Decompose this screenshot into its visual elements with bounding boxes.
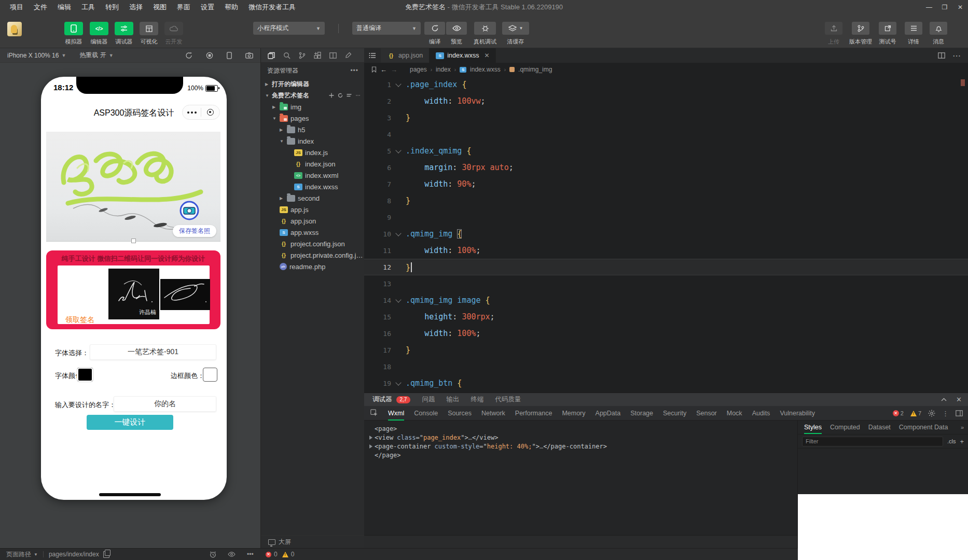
- fold-icon[interactable]: [391, 233, 406, 235]
- breadcrumb-index[interactable]: index: [436, 66, 451, 73]
- close-panel-icon[interactable]: ✕: [956, 396, 962, 403]
- tree-item[interactable]: project.config.json: [261, 238, 365, 249]
- debugger-tab-2[interactable]: 问题: [422, 395, 435, 404]
- code-line[interactable]: 19.qmimg_btn {: [364, 375, 968, 391]
- one-click-design-button[interactable]: 一键设计: [87, 415, 173, 430]
- toggle-class-button[interactable]: .cls: [947, 438, 956, 444]
- extensions-icon[interactable]: [314, 52, 321, 59]
- styles-tab-component-data[interactable]: Component Data: [899, 421, 948, 434]
- styles-tab-computed[interactable]: Computed: [830, 421, 860, 434]
- more-menu-icon[interactable]: [183, 111, 201, 114]
- split-layout-icon[interactable]: [329, 52, 337, 59]
- source-control-icon[interactable]: [299, 52, 306, 59]
- collapse-all-icon[interactable]: [347, 93, 352, 98]
- dom-node[interactable]: <page-container custom-style="height: 40…: [368, 442, 797, 451]
- inspect-element-icon[interactable]: [370, 409, 378, 417]
- dom-node[interactable]: <view class="page_index">…</view>: [368, 433, 797, 442]
- problem-counts[interactable]: ✕ 0 0: [266, 551, 294, 558]
- devtools-tab-performance[interactable]: Performance: [515, 406, 552, 421]
- debugger-tab-5[interactable]: 代码质量: [495, 395, 521, 404]
- dom-node[interactable]: <page>: [368, 424, 797, 433]
- fold-icon[interactable]: [391, 299, 406, 302]
- upload-button[interactable]: [825, 22, 842, 35]
- messages-button[interactable]: [930, 22, 947, 35]
- signature-preview-image[interactable]: 保存签名照: [46, 132, 220, 242]
- fold-icon[interactable]: [391, 150, 406, 152]
- open-editors-icon[interactable]: [364, 48, 381, 63]
- exit-target-icon[interactable]: [201, 109, 219, 116]
- tree-item[interactable]: ▶img: [261, 101, 365, 113]
- name-input[interactable]: 你的名: [114, 396, 216, 412]
- dock-side-icon[interactable]: [956, 410, 963, 416]
- tree-item[interactable]: ▼index: [261, 135, 365, 147]
- tree-item[interactable]: ▶h5: [261, 124, 365, 135]
- menu-item-1[interactable]: 项目: [5, 0, 28, 15]
- dom-node[interactable]: </page>: [368, 451, 797, 459]
- new-file-icon[interactable]: [329, 93, 334, 98]
- code-line[interactable]: 11 width: 100%;: [364, 242, 968, 259]
- code-line[interactable]: 12}: [364, 259, 968, 275]
- compile-mode-select[interactable]: 普通编译▼: [352, 22, 421, 35]
- tree-item[interactable]: ▶打开的编辑器: [261, 78, 365, 90]
- code-line[interactable]: 4: [364, 126, 968, 143]
- debugger-tab-1[interactable]: 调试器: [372, 395, 392, 404]
- font-select[interactable]: 一笔艺术签-901: [90, 344, 216, 360]
- collapse-panel-icon[interactable]: [941, 398, 947, 401]
- settings-gear-icon[interactable]: [928, 410, 935, 417]
- code-line[interactable]: 1.page_index {: [364, 76, 968, 93]
- menu-item-2[interactable]: 文件: [29, 0, 52, 15]
- code-line[interactable]: 5.index_qmimg {: [364, 143, 968, 159]
- page-path-dropdown[interactable]: 页面路径▼: [6, 550, 38, 559]
- code-line[interactable]: 13: [364, 275, 968, 292]
- devtools-tab-memory[interactable]: Memory: [562, 406, 585, 421]
- warning-badge[interactable]: 7: [910, 410, 921, 416]
- devtools-tab-sources[interactable]: Sources: [448, 406, 472, 421]
- border-color-swatch[interactable]: [203, 368, 217, 382]
- search-icon[interactable]: [283, 52, 291, 59]
- save-signature-button[interactable]: 保存签名照: [173, 225, 216, 237]
- back-icon[interactable]: ←: [380, 66, 387, 74]
- tree-item[interactable]: index.json: [261, 158, 365, 170]
- claim-signature-link[interactable]: 领取签名: [65, 315, 94, 325]
- devtools-tab-wxml[interactable]: Wxml: [388, 406, 404, 421]
- tree-item[interactable]: ▼免费艺术签名: [261, 90, 365, 101]
- device-debug-button[interactable]: [474, 22, 496, 35]
- font-color-swatch[interactable]: [77, 368, 93, 382]
- styles-tab-styles[interactable]: Styles: [804, 421, 822, 434]
- menu-item-6[interactable]: 选择: [125, 0, 147, 15]
- device-frame-icon[interactable]: [227, 52, 232, 59]
- files-icon[interactable]: [268, 52, 275, 59]
- menu-item-3[interactable]: 编辑: [53, 0, 76, 15]
- menu-item-7[interactable]: 视图: [148, 0, 171, 15]
- minimize-icon[interactable]: —: [921, 0, 937, 15]
- visualize-button[interactable]: 可视化: [140, 22, 158, 44]
- clear-cache-button[interactable]: ▼: [502, 22, 529, 35]
- devtools-tab-storage[interactable]: Storage: [630, 406, 653, 421]
- alarm-icon[interactable]: [210, 551, 216, 558]
- menu-item-5[interactable]: 转到: [101, 0, 123, 15]
- tab-index-wxss[interactable]: index.wxss ✕: [430, 48, 496, 63]
- test-account-button[interactable]: [879, 22, 896, 35]
- theme-brush-icon[interactable]: [345, 52, 352, 59]
- tab-app-json[interactable]: app.json: [381, 48, 430, 63]
- code-line[interactable]: 7 width: 90%;: [364, 176, 968, 192]
- fold-icon[interactable]: [391, 382, 406, 385]
- more-icon[interactable]: •••: [247, 551, 254, 558]
- code-line[interactable]: 9: [364, 209, 968, 226]
- debugger-tab-4[interactable]: 终端: [471, 395, 483, 404]
- close-icon[interactable]: ✕: [952, 0, 968, 15]
- code-line[interactable]: 14.qmimg_img image {: [364, 292, 968, 309]
- breadcrumb-symbol[interactable]: .qmimg_img: [518, 66, 552, 73]
- more-icon[interactable]: [355, 93, 361, 98]
- devtools-tab-vulnerability[interactable]: Vulnerability: [780, 406, 815, 421]
- menu-item-4[interactable]: 工具: [77, 0, 100, 15]
- code-line[interactable]: 6 margin: 30rpx auto;: [364, 159, 968, 176]
- devtools-tab-security[interactable]: Security: [663, 406, 686, 421]
- devtools-tab-console[interactable]: Console: [414, 406, 438, 421]
- code-line[interactable]: 2 width: 100vw;: [364, 93, 968, 109]
- tree-item[interactable]: ▶second: [261, 192, 365, 204]
- eye-icon[interactable]: [228, 552, 236, 557]
- maximize-icon[interactable]: ❐: [937, 0, 952, 15]
- menu-item-11[interactable]: 微信开发者工具: [244, 0, 300, 15]
- fold-icon[interactable]: [391, 83, 406, 86]
